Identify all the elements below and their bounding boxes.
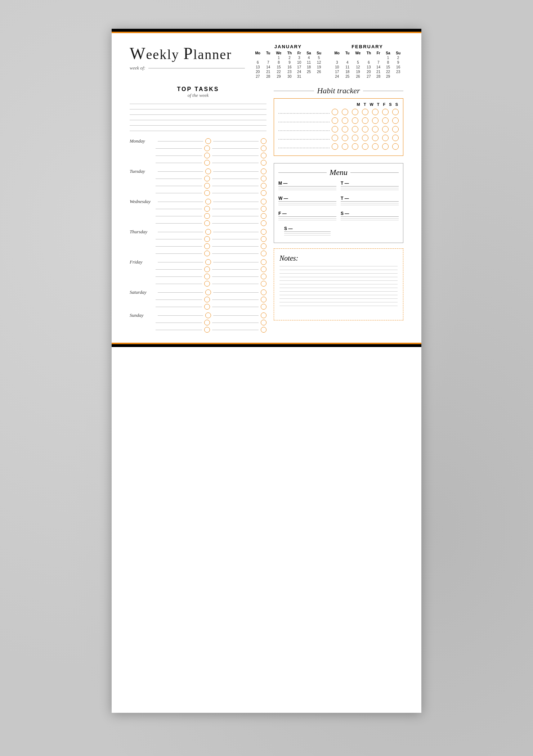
habit-days-header: M T W T F S S [278,102,399,107]
circle-wednesday-right-1[interactable] [261,206,266,212]
habit-circle-1-2[interactable] [342,109,348,115]
feb-cell [393,74,403,79]
day-circle-right-tuesday[interactable] [261,168,266,174]
habit-circle-3-2[interactable] [342,126,348,132]
day-circle-left-friday[interactable] [205,259,211,265]
circle-friday-right-1[interactable] [261,266,266,272]
habit-circle-1-3[interactable] [352,109,358,115]
habit-dots [278,119,330,122]
circle-sunday-left-2[interactable] [204,327,210,333]
line-left [156,209,202,209]
day-label-sunday: Sunday [130,312,156,318]
circle-tuesday-left-3[interactable] [204,190,210,196]
day-circle-right-friday[interactable] [261,259,266,265]
circle-tuesday-left-2[interactable] [204,183,210,189]
line-left [156,186,202,186]
jan-cell [314,74,324,79]
day-circle-right-wednesday[interactable] [261,199,266,204]
habit-circle-3-3[interactable] [352,126,358,132]
habit-circle-5-5[interactable] [372,143,379,150]
habit-circle-3-6[interactable] [382,126,389,132]
habit-circle-3-5[interactable] [372,126,379,132]
day-circle-left-monday[interactable] [205,138,211,144]
habit-circle-4-2[interactable] [342,135,348,141]
circle-monday-left-2[interactable] [204,153,210,158]
circle-thursday-right-2[interactable] [261,243,266,249]
circle-wednesday-right-2[interactable] [261,213,266,219]
circle-sunday-left-1[interactable] [204,320,210,325]
habit-circle-3-1[interactable] [332,126,338,132]
day-circle-right-sunday[interactable] [261,312,266,318]
line-right [212,186,259,186]
circle-friday-left-3[interactable] [204,281,210,287]
circle-tuesday-right-3[interactable] [261,190,266,196]
habit-circle-4-1[interactable] [332,135,338,141]
habit-circle-3-7[interactable] [392,126,399,132]
circle-monday-right-3[interactable] [261,160,266,166]
circle-thursday-left-3[interactable] [204,251,210,256]
circle-friday-left-2[interactable] [204,274,210,279]
circle-friday-right-2[interactable] [261,274,266,279]
circle-wednesday-left-2[interactable] [204,213,210,219]
circle-thursday-left-1[interactable] [204,236,210,242]
habit-circle-2-7[interactable] [392,117,399,124]
day-circle-left-saturday[interactable] [205,289,211,295]
habit-circle-5-2[interactable] [342,143,348,150]
jan-cell: 8 [273,60,285,65]
circle-saturday-right-1[interactable] [261,297,266,302]
circle-monday-left-3[interactable] [204,160,210,166]
habit-circle-1-5[interactable] [372,109,379,115]
habit-circle-4-6[interactable] [382,135,389,141]
habit-circle-4-7[interactable] [392,135,399,141]
habit-circle-5-4[interactable] [362,143,368,150]
day-circle-right-monday[interactable] [261,138,266,144]
day-circle-right-thursday[interactable] [261,229,266,235]
circle-sunday-right-1[interactable] [261,320,266,325]
circle-tuesday-left-1[interactable] [204,176,210,181]
circle-friday-left-1[interactable] [204,266,210,272]
habit-circle-5-3[interactable] [352,143,358,150]
day-circle-left-tuesday[interactable] [205,168,211,174]
habit-circle-2-3[interactable] [352,117,358,124]
habit-circle-5-6[interactable] [382,143,389,150]
habit-circle-5-1[interactable] [332,143,338,150]
circle-tuesday-right-2[interactable] [261,183,266,189]
habit-circle-4-5[interactable] [372,135,379,141]
circle-wednesday-left-1[interactable] [204,206,210,212]
circle-saturday-left-2[interactable] [204,304,210,310]
circle-wednesday-right-3[interactable] [261,220,266,226]
habit-circle-2-2[interactable] [342,117,348,124]
circle-tuesday-right-1[interactable] [261,176,266,181]
habit-circle-2-1[interactable] [332,117,338,124]
circle-sunday-right-2[interactable] [261,327,266,333]
habit-circle-5-7[interactable] [392,143,399,150]
circle-monday-left-1[interactable] [204,145,210,151]
circle-monday-right-1[interactable] [261,145,266,151]
habit-circle-4-4[interactable] [362,135,368,141]
habit-circle-1-6[interactable] [382,109,389,115]
day-circle-left-wednesday[interactable] [205,199,211,204]
habit-circle-1-1[interactable] [332,109,338,115]
circle-friday-right-3[interactable] [261,281,266,287]
habit-circle-3-4[interactable] [362,126,368,132]
circle-thursday-left-2[interactable] [204,243,210,249]
line-left [156,300,202,300]
circle-thursday-right-1[interactable] [261,236,266,242]
habit-circle-1-4[interactable] [362,109,368,115]
circle-monday-right-2[interactable] [261,153,266,158]
habit-circle-2-6[interactable] [382,117,389,124]
notes-line-4 [279,277,398,277]
habit-circle-2-5[interactable] [372,117,379,124]
circle-wednesday-left-3[interactable] [204,220,210,226]
circle-thursday-right-3[interactable] [261,251,266,256]
day-circle-right-saturday[interactable] [261,289,266,295]
habit-circle-2-4[interactable] [362,117,368,124]
circle-saturday-left-1[interactable] [204,297,210,302]
circle-saturday-right-2[interactable] [261,304,266,310]
habit-circle-4-3[interactable] [352,135,358,141]
notes-line-5 [279,280,398,281]
habit-circle-1-7[interactable] [392,109,399,115]
day-circle-left-sunday[interactable] [205,312,211,318]
day-circle-left-thursday[interactable] [205,229,211,235]
habit-day-m: M [357,102,360,107]
